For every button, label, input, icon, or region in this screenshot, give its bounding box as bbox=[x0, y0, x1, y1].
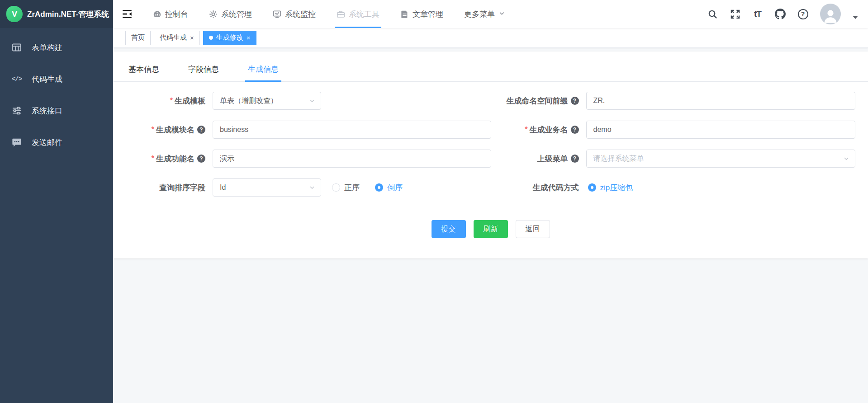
nav-item-system-monitor[interactable]: 系统监控 bbox=[266, 0, 323, 28]
app-root: V ZrAdmin.NET-管理系统 表单构建 </> 代码生成 系统接口 bbox=[0, 0, 868, 403]
code-way-radio-group: zip压缩包 bbox=[588, 183, 633, 193]
sidebar: V ZrAdmin.NET-管理系统 表单构建 </> 代码生成 系统接口 bbox=[0, 0, 113, 403]
top-navigation: 控制台 系统管理 系统监控 bbox=[146, 0, 521, 28]
radio-zip-package[interactable]: zip压缩包 bbox=[588, 183, 633, 193]
field-label: 上级菜单 ? bbox=[491, 154, 586, 164]
nav-item-article-admin[interactable]: 文章管理 bbox=[393, 0, 451, 28]
brand-logo: V ZrAdmin.NET-管理系统 bbox=[0, 0, 113, 28]
required-asterisk: * bbox=[152, 155, 154, 163]
gear-icon bbox=[209, 10, 218, 19]
sidebar-item-label: 表单构建 bbox=[32, 42, 62, 53]
tags-view-bar: 首页 代码生成 × 生成修改 × bbox=[113, 28, 868, 48]
submit-button[interactable]: 提交 bbox=[432, 220, 466, 238]
menu-fold-icon[interactable] bbox=[121, 8, 133, 20]
gen-template-select[interactable]: 单表（增删改查） bbox=[213, 92, 321, 110]
tag-home[interactable]: 首页 bbox=[125, 31, 151, 45]
select-value: 单表（增删改查） bbox=[220, 96, 278, 106]
question-circle-icon[interactable]: ? bbox=[571, 97, 579, 105]
caret-down-icon[interactable] bbox=[853, 16, 858, 19]
sidebar-item-system-api[interactable]: 系统接口 bbox=[0, 95, 113, 127]
radio-circle bbox=[332, 183, 340, 192]
sidebar-item-code-gen[interactable]: </> 代码生成 bbox=[0, 63, 113, 95]
header-actions: tT ? bbox=[707, 4, 858, 24]
search-icon[interactable] bbox=[707, 9, 718, 19]
sort-field-select[interactable]: Id bbox=[213, 178, 321, 197]
nav-item-label: 更多菜单 bbox=[464, 9, 495, 19]
radio-sort-desc[interactable]: 倒序 bbox=[375, 183, 403, 193]
field-namespace-prefix: 生成命名空间前缀 ? bbox=[491, 92, 856, 110]
tag-label: 生成修改 bbox=[216, 33, 243, 42]
question-circle-icon[interactable]: ? bbox=[197, 155, 205, 163]
field-gen-template: * 生成模板 单表（增删改查） bbox=[127, 92, 491, 110]
logo-letter: V bbox=[12, 9, 18, 19]
close-icon[interactable]: × bbox=[190, 34, 194, 41]
sidebar-item-send-mail[interactable]: 发送邮件 bbox=[0, 127, 113, 158]
module-name-input[interactable] bbox=[213, 121, 491, 138]
required-asterisk: * bbox=[152, 126, 154, 134]
field-label: 生成代码方式 bbox=[491, 183, 586, 193]
help-icon[interactable]: ? bbox=[797, 9, 808, 19]
tab-basic-info[interactable]: 基本信息 bbox=[126, 64, 162, 81]
close-icon[interactable]: × bbox=[247, 34, 251, 41]
logo-icon: V bbox=[6, 6, 23, 22]
field-sort: 查询排序字段 Id 正序 bbox=[127, 178, 491, 197]
radio-label: 正序 bbox=[344, 183, 360, 193]
help-question-glyph: ? bbox=[798, 9, 808, 19]
sidebar-item-label: 发送邮件 bbox=[32, 137, 62, 148]
tag-code-gen[interactable]: 代码生成 × bbox=[154, 31, 200, 45]
tag-gen-edit[interactable]: 生成修改 × bbox=[203, 31, 256, 45]
nav-item-label: 系统监控 bbox=[285, 9, 316, 19]
active-tag-dot bbox=[209, 36, 213, 40]
sidebar-item-form-builder[interactable]: 表单构建 bbox=[0, 32, 113, 63]
chevron-down-icon bbox=[309, 98, 315, 104]
tag-label: 代码生成 bbox=[160, 33, 187, 42]
radio-label: 倒序 bbox=[387, 183, 403, 193]
main-area: 基本信息 字段信息 生成信息 * 生成模板 单表（增删改查） bbox=[113, 48, 868, 403]
function-name-input[interactable] bbox=[213, 150, 491, 167]
message-icon bbox=[12, 137, 22, 147]
field-label: 查询排序字段 bbox=[127, 183, 213, 193]
sidebar-item-label: 系统接口 bbox=[32, 106, 62, 116]
github-icon[interactable] bbox=[775, 9, 786, 19]
function-name-wrap bbox=[213, 150, 491, 168]
content-tabs: 基本信息 字段信息 生成信息 bbox=[113, 64, 868, 82]
nav-item-system-admin[interactable]: 系统管理 bbox=[202, 0, 259, 28]
refresh-button[interactable]: 刷新 bbox=[474, 220, 508, 238]
radio-circle bbox=[588, 183, 596, 192]
namespace-prefix-wrap bbox=[586, 92, 856, 110]
field-label: * 生成模块名 ? bbox=[127, 125, 213, 135]
avatar[interactable] bbox=[820, 4, 841, 24]
form-actions: 提交 刷新 返回 bbox=[113, 220, 868, 238]
app-title: ZrAdmin.NET-管理系统 bbox=[27, 9, 109, 19]
sidebar-item-label: 代码生成 bbox=[32, 74, 62, 84]
font-size-icon[interactable]: tT bbox=[752, 9, 763, 19]
radio-sort-asc[interactable]: 正序 bbox=[332, 183, 360, 193]
nav-item-more-menu[interactable]: 更多菜单 bbox=[457, 0, 514, 28]
gen-edit-card: 基本信息 字段信息 生成信息 * 生成模板 单表（增删改查） bbox=[113, 52, 868, 258]
question-circle-icon[interactable]: ? bbox=[571, 155, 579, 163]
monitor-icon bbox=[273, 10, 281, 19]
parent-menu-input[interactable] bbox=[587, 150, 844, 167]
nav-item-dashboard[interactable]: 控制台 bbox=[146, 0, 195, 28]
tab-gen-info[interactable]: 生成信息 bbox=[245, 64, 281, 81]
question-circle-icon[interactable]: ? bbox=[197, 126, 205, 134]
nav-item-label: 文章管理 bbox=[413, 9, 443, 19]
table-icon bbox=[12, 42, 22, 52]
radio-circle bbox=[375, 183, 383, 192]
field-function-name: * 生成功能名 ? bbox=[127, 150, 491, 168]
back-button[interactable]: 返回 bbox=[516, 220, 550, 238]
sliders-icon bbox=[12, 106, 22, 116]
parent-menu-select[interactable] bbox=[586, 150, 856, 168]
question-circle-icon[interactable]: ? bbox=[571, 126, 579, 134]
business-name-input[interactable] bbox=[587, 121, 855, 138]
document-icon bbox=[400, 10, 409, 19]
content-column: 控制台 系统管理 系统监控 bbox=[113, 0, 868, 403]
sidebar-menu: 表单构建 </> 代码生成 系统接口 发送邮件 bbox=[0, 28, 113, 158]
nav-item-label: 控制台 bbox=[165, 9, 188, 19]
tab-field-info[interactable]: 字段信息 bbox=[185, 64, 222, 81]
fullscreen-icon[interactable] bbox=[730, 9, 740, 19]
nav-item-system-tools[interactable]: 系统工具 bbox=[329, 0, 387, 28]
namespace-prefix-input[interactable] bbox=[587, 92, 855, 109]
module-name-wrap bbox=[213, 121, 491, 139]
radio-label: zip压缩包 bbox=[600, 183, 633, 193]
